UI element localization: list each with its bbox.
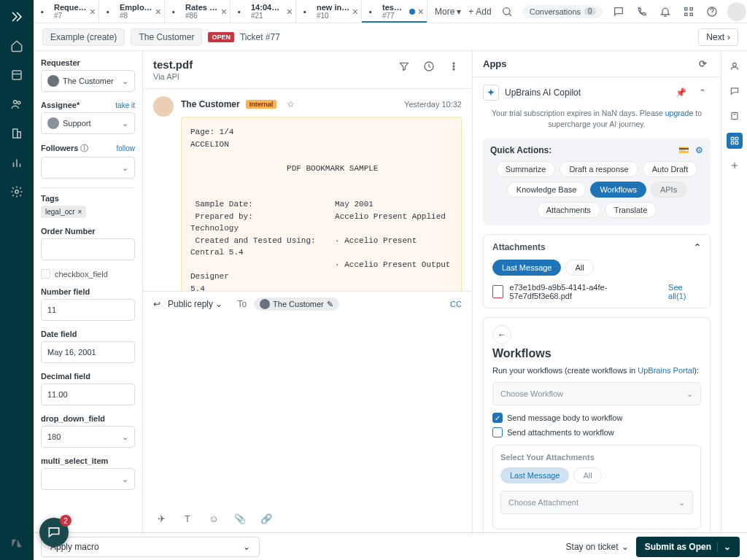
see-all-link[interactable]: See all(1) <box>668 283 701 300</box>
more-icon[interactable] <box>446 58 462 74</box>
apply-macro[interactable]: Apply macro⌄ <box>41 537 260 557</box>
decimal-input[interactable]: 11.00 <box>41 384 135 405</box>
kb-icon[interactable] <box>727 108 743 124</box>
upgrade-link[interactable]: upgrade <box>665 109 694 117</box>
plus-icon[interactable] <box>727 158 743 174</box>
avatar[interactable] <box>727 2 746 21</box>
close-icon[interactable]: × <box>155 6 161 18</box>
send-icon[interactable]: ✈ <box>153 510 169 526</box>
chat-icon[interactable] <box>611 4 627 20</box>
add-button[interactable]: + Add <box>468 7 491 17</box>
requester-select[interactable]: The Customer⌄ <box>41 70 135 92</box>
pill-draft[interactable]: Draft a response <box>560 161 638 177</box>
svg-point-22 <box>732 63 736 66</box>
conversations-chip[interactable]: Conversations0 <box>522 5 603 18</box>
wallet-icon[interactable]: 💳 <box>678 145 689 155</box>
tab-4[interactable]: ▪new in…#10× <box>296 0 362 23</box>
followers-select[interactable]: ⌄ <box>41 157 135 179</box>
crumb-example[interactable]: Example (create) <box>42 28 125 46</box>
apps-icon[interactable] <box>727 133 743 149</box>
reply-bar: ↩ Public reply ⌄ To The Customer ✎ CC <box>143 291 472 316</box>
date-input[interactable]: May 16, 2001 <box>41 341 135 363</box>
filter-icon[interactable] <box>396 58 412 74</box>
assignee-select[interactable]: Support⌄ <box>41 112 135 134</box>
take-it-link[interactable]: take it <box>115 101 135 109</box>
submit-dropdown[interactable]: ⌄ <box>717 542 731 552</box>
pill-translate[interactable]: Translate <box>605 202 657 218</box>
pill-summarize[interactable]: Summarize <box>496 161 556 177</box>
star-icon[interactable]: ☆ <box>282 96 298 112</box>
order-input[interactable] <box>41 238 135 260</box>
cc-link[interactable]: CC <box>450 300 462 308</box>
close-icon[interactable]: × <box>352 6 358 18</box>
search-icon[interactable] <box>499 4 515 20</box>
close-icon[interactable]: × <box>221 6 227 18</box>
history-icon[interactable] <box>421 58 437 74</box>
pill-workflows[interactable]: Workflows <box>590 182 646 198</box>
customers-icon[interactable] <box>6 93 28 115</box>
pill-kb[interactable]: Knowledge Base <box>507 182 587 198</box>
attach-icon[interactable]: 📎 <box>232 510 248 526</box>
to-chip[interactable]: The Customer ✎ <box>254 298 339 311</box>
refresh-icon[interactable]: ⟳ <box>694 56 711 72</box>
views-icon[interactable] <box>6 64 28 86</box>
tab-5[interactable]: ▪tes…#77× <box>362 0 427 23</box>
phone-icon[interactable] <box>634 4 650 20</box>
workflow-select[interactable]: Choose Workflow⌄ <box>492 382 701 405</box>
tab-0[interactable]: ▪Reque…#7× <box>34 0 99 23</box>
reply-type-select[interactable]: Public reply ⌄ <box>168 299 222 309</box>
link-icon[interactable]: 🔗 <box>258 510 274 526</box>
admin-icon[interactable] <box>6 181 28 203</box>
submit-button[interactable]: Submit as Open⌄ <box>636 537 740 557</box>
multiselect[interactable]: ⌄ <box>41 468 135 490</box>
follow-link[interactable]: follow <box>116 144 135 152</box>
pill-auto-draft[interactable]: Auto Draft <box>643 161 698 177</box>
tab-3[interactable]: ▪14:04…#21× <box>231 0 296 23</box>
attachment-filename[interactable]: e73e1bd9-a9b5-4141-a4fe-57e7df5f3e68.pdf <box>509 283 662 300</box>
reporting-icon[interactable] <box>6 152 28 174</box>
org-icon[interactable] <box>6 122 28 144</box>
user-icon[interactable] <box>727 58 743 74</box>
reply-editor[interactable] <box>143 316 472 504</box>
chip-last-message[interactable]: Last Message <box>492 260 561 276</box>
pill-apis[interactable]: APIs <box>651 182 686 198</box>
tab-2[interactable]: ▪Rates …#86× <box>165 0 231 23</box>
portal-link[interactable]: UpBrains Portal <box>638 366 694 375</box>
edit-icon[interactable]: ✎ <box>327 300 333 309</box>
close-icon[interactable]: × <box>90 6 96 18</box>
more-tabs[interactable]: More ▾ <box>435 7 461 17</box>
stay-on-ticket[interactable]: Stay on ticket ⌄ <box>566 542 629 552</box>
remove-tag-icon[interactable]: × <box>78 208 82 216</box>
pin-icon[interactable]: 📌 <box>673 85 689 101</box>
tag-chip[interactable]: legal_ocr × <box>41 206 86 218</box>
close-icon[interactable]: × <box>287 6 293 18</box>
chip-all-2[interactable]: All <box>573 467 601 483</box>
chip-last-msg-2[interactable]: Last Message <box>500 467 569 483</box>
chip-all[interactable]: All <box>565 260 593 276</box>
footer: Apply macro⌄ Stay on ticket ⌄ Submit as … <box>34 532 747 560</box>
checkbox-field[interactable] <box>41 269 50 279</box>
collapse-icon[interactable]: ⌃ <box>694 242 701 252</box>
speech-icon[interactable] <box>727 83 743 99</box>
number-input[interactable]: 11 <box>41 299 135 321</box>
next-button[interactable]: Next › <box>698 28 738 46</box>
dropdown-select[interactable]: 180⌄ <box>41 426 135 448</box>
close-icon[interactable]: × <box>418 6 424 18</box>
collapse-icon[interactable]: ⌃ <box>694 85 711 101</box>
trial-notice: Your trial subscription expires in NaN d… <box>483 108 711 129</box>
bell-icon[interactable] <box>657 4 673 20</box>
pill-attachments[interactable]: Attachments <box>537 202 600 218</box>
home-icon[interactable] <box>6 35 28 57</box>
back-button[interactable]: ← <box>492 325 511 344</box>
text-format-icon[interactable]: T <box>179 510 196 526</box>
attachment-select[interactable]: Choose Attachment⌄ <box>500 491 693 514</box>
apps-grid-icon[interactable] <box>681 4 697 20</box>
cb-send-attach[interactable] <box>492 427 503 438</box>
crumb-customer[interactable]: The Customer <box>131 28 202 46</box>
tab-1[interactable]: ▪Emplo…#8× <box>99 0 165 23</box>
help-icon[interactable] <box>704 4 720 20</box>
chat-widget[interactable]: 2 <box>39 518 69 547</box>
emoji-icon[interactable]: ☺ <box>206 510 222 526</box>
cb-send-body[interactable] <box>492 413 503 423</box>
gear-icon[interactable]: ⚙ <box>695 145 703 155</box>
